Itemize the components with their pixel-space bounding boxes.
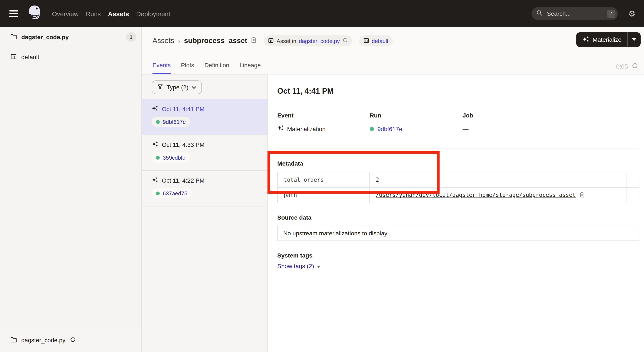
metadata-actions-cell — [627, 188, 639, 203]
code-location-label: dagster_code.py — [21, 34, 69, 40]
materialize-dropdown-button[interactable] — [628, 32, 640, 47]
reload-icon[interactable] — [70, 337, 76, 344]
metadata-value: 2 — [370, 172, 627, 188]
event-timestamp: Oct 11, 4:41 PM — [162, 106, 204, 112]
materialize-label: Materialize — [593, 36, 622, 43]
refresh-icon[interactable] — [632, 62, 638, 70]
event-type-filter-button[interactable]: Type (2) — [152, 80, 202, 94]
global-search[interactable]: / — [532, 7, 618, 20]
asset-in-prefix: Asset in — [277, 38, 296, 44]
asset-count-badge: 1 — [126, 32, 136, 42]
primary-nav: Overview Runs Assets Deployment — [52, 10, 170, 17]
metadata-row: total_orders 2 — [278, 172, 639, 188]
event-type-value: Materialization — [287, 125, 326, 133]
run-id: 359cdbfc — [163, 154, 185, 161]
metadata-row: path /Users/yuhan/dev/local/dagster_home… — [278, 188, 639, 203]
asset-group-icon — [363, 37, 369, 44]
footer-code-location-label: dagster_code.py — [21, 337, 66, 344]
page-title: subprocess_asset — [184, 37, 247, 45]
nav-assets[interactable]: Assets — [108, 10, 129, 17]
event-summary-grid: Event Run Job Materialization 9dbf617e — — [277, 111, 639, 133]
asset-location-badge: Asset in dagster_code.py — [264, 35, 352, 46]
source-data-heading: Source data — [277, 213, 639, 222]
asset-catalog-sidebar: dagster_code.py 1 default dagster_code.p… — [0, 27, 142, 352]
event-list-item[interactable]: Oct 11, 4:22 PM 637aed75 — [142, 171, 268, 206]
nav-right: / ⚙ — [532, 7, 636, 20]
materialization-icon — [152, 141, 158, 149]
reload-code-location-icon[interactable] — [342, 37, 348, 44]
refresh-countdown: 0:05 — [616, 63, 628, 70]
dagster-logo[interactable] — [26, 4, 42, 23]
run-id: 637aed75 — [163, 190, 188, 196]
system-tags-heading: System tags — [277, 251, 639, 260]
copy-path-icon[interactable] — [579, 191, 585, 199]
event-timestamp: Oct 11, 4:22 PM — [162, 177, 204, 184]
run-link[interactable]: 9dbf617e — [377, 125, 402, 133]
breadcrumb-separator: › — [178, 37, 180, 44]
nav-deployment[interactable]: Deployment — [136, 10, 170, 17]
metadata-actions-cell — [627, 172, 639, 188]
show-tags-toggle[interactable]: Show tags (2) — [277, 263, 320, 269]
nav-overview[interactable]: Overview — [52, 10, 78, 17]
tab-plots[interactable]: Plots — [181, 62, 194, 74]
settings-gear-icon[interactable]: ⚙ — [628, 9, 636, 18]
event-filter-row: Type (2) — [142, 74, 268, 99]
breadcrumb: Assets › subprocess_asset Asset in dagst… — [142, 27, 644, 46]
asset-group-badge: default — [359, 35, 393, 46]
run-status-dot — [156, 156, 160, 159]
sidebar-footer-code-location[interactable]: dagster_code.py — [0, 328, 142, 352]
run-status-dot — [156, 191, 160, 195]
run-column-label: Run — [370, 111, 462, 120]
tab-definition[interactable]: Definition — [204, 62, 229, 74]
copy-asset-name-icon[interactable] — [251, 37, 257, 45]
run-id: 9dbf617e — [163, 118, 186, 125]
chevron-down-icon — [192, 84, 196, 91]
refresh-timer: 0:05 — [616, 62, 638, 70]
materialization-icon — [277, 125, 284, 133]
tab-lineage[interactable]: Lineage — [240, 62, 261, 74]
tab-events[interactable]: Events — [152, 62, 171, 74]
run-status-dot — [370, 127, 374, 131]
filter-label: Type (2) — [166, 84, 188, 91]
event-list-item[interactable]: Oct 11, 4:33 PM 359cdbfc — [142, 135, 268, 171]
job-column-label: Job — [462, 111, 639, 120]
job-grid-icon — [268, 37, 274, 44]
run-status-dot — [156, 120, 160, 124]
event-list-item[interactable]: Oct 11, 4:41 PM 9dbf617e — [142, 99, 268, 135]
metadata-key: path — [278, 188, 370, 203]
metadata-table: total_orders 2 path /Users/yuhan/dev/loc… — [277, 172, 639, 203]
chevron-down-icon — [632, 38, 636, 41]
materialize-split-button: Materialize — [576, 32, 640, 47]
metadata-key: total_orders — [278, 172, 370, 188]
run-tag[interactable]: 359cdbfc — [152, 152, 190, 163]
materialization-icon — [152, 177, 158, 184]
materialize-button[interactable]: Materialize — [576, 32, 628, 47]
breadcrumb-assets-link[interactable]: Assets — [152, 37, 174, 45]
source-data-empty-message: No upstream materializations to display. — [283, 230, 388, 237]
materialization-sparkle-icon — [582, 35, 589, 44]
hamburger-menu-button[interactable] — [9, 10, 18, 17]
search-input[interactable] — [546, 10, 604, 17]
sidebar-item-code-location[interactable]: dagster_code.py 1 — [0, 27, 142, 47]
event-detail-title: Oct 11, 4:41 PM — [277, 86, 639, 96]
nav-runs[interactable]: Runs — [86, 10, 101, 17]
run-tag[interactable]: 9dbf617e — [152, 117, 190, 127]
folder-icon — [10, 33, 17, 41]
event-detail-panel: Oct 11, 4:41 PM Event Run Job Materializ… — [268, 74, 644, 352]
code-location-link[interactable]: dagster_code.py — [299, 38, 340, 44]
sidebar-item-group-default[interactable]: default — [0, 47, 142, 67]
top-nav: Overview Runs Assets Deployment / ⚙ — [0, 0, 644, 27]
search-icon — [536, 9, 543, 18]
event-timestamp: Oct 11, 4:33 PM — [162, 141, 204, 148]
folder-icon — [10, 336, 17, 344]
event-list-panel: Type (2) Oct 11, 4:41 PM 9dbf617e — [142, 74, 268, 352]
filter-funnel-icon — [157, 84, 163, 91]
asset-group-icon — [10, 53, 17, 61]
search-shortcut-badge: / — [607, 9, 616, 18]
metadata-heading: Metadata — [277, 159, 639, 168]
app-window: Overview Runs Assets Deployment / ⚙ dags… — [0, 0, 644, 352]
asset-tabs: Events Plots Definition Lineage — [152, 62, 261, 74]
asset-group-link[interactable]: default — [372, 38, 388, 44]
run-tag[interactable]: 637aed75 — [152, 188, 192, 198]
path-link[interactable]: /Users/yuhan/dev/local/dagster_home/stor… — [376, 192, 576, 198]
